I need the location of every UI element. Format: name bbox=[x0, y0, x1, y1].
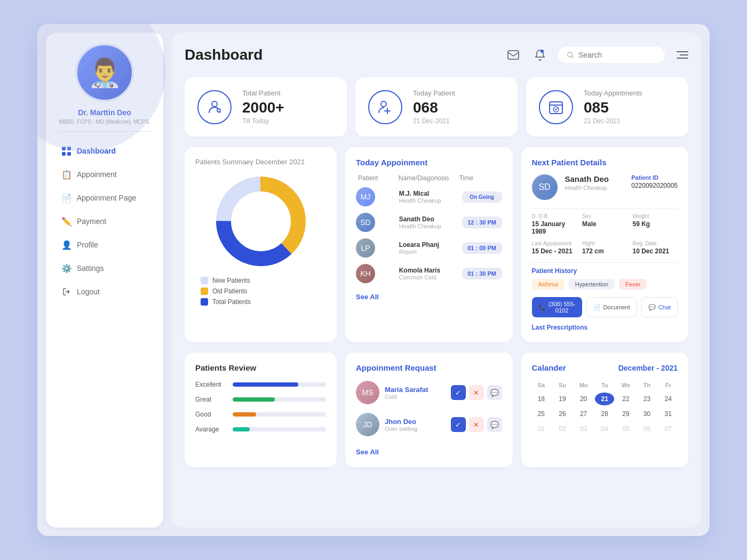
settings-icon: ⚙️ bbox=[62, 263, 71, 273]
chat-button[interactable]: 💬 Chat bbox=[641, 297, 678, 317]
appt-diag-2: Report bbox=[399, 249, 459, 255]
legend-label-total: Total Patients bbox=[212, 298, 251, 306]
sidebar-item-dashboard-label: Dashboard bbox=[77, 147, 116, 155]
cal-header-su: Su bbox=[553, 380, 572, 390]
sidebar-item-logout-label: Logout bbox=[77, 287, 100, 296]
cal-day-28[interactable]: 28 bbox=[595, 407, 614, 420]
cal-day-05[interactable]: 05 bbox=[616, 422, 635, 435]
sidebar-item-appoinment-page-label: Appoinment Page bbox=[77, 194, 136, 202]
sidebar-item-payment-label: Payment bbox=[77, 217, 106, 226]
cal-day-22[interactable]: 22 bbox=[616, 393, 635, 405]
nav-menu: Dashboard 📋 Appoinment 📄 Appoinment Page… bbox=[46, 140, 163, 517]
req-diag-0: Cold bbox=[385, 394, 446, 400]
avatar: 👨‍⚕️ bbox=[75, 43, 134, 102]
doc-button-label: Document bbox=[603, 304, 630, 310]
search-box[interactable] bbox=[558, 47, 665, 63]
mail-icon[interactable] bbox=[504, 45, 523, 65]
legend-dot-total bbox=[201, 298, 208, 306]
calendar-title: Calander bbox=[532, 363, 566, 372]
sidebar-item-profile[interactable]: 👤 Profile bbox=[54, 234, 155, 255]
cal-day-02[interactable]: 02 bbox=[553, 422, 572, 435]
sidebar-item-payment[interactable]: ✏️ Payment bbox=[54, 211, 155, 232]
cal-day-21[interactable]: 21 bbox=[595, 393, 614, 405]
last-prescriptions-link[interactable]: Last Prescriptions bbox=[532, 324, 678, 331]
stat-value-total: 2000+ bbox=[242, 99, 284, 116]
cal-day-07[interactable]: 07 bbox=[658, 422, 678, 435]
cal-day-24[interactable]: 24 bbox=[658, 393, 678, 405]
req-avatar-jd: JD bbox=[356, 413, 379, 436]
chart-legend: New Patients Old Patients Total Patients bbox=[195, 277, 326, 306]
stat-value-today: 068 bbox=[413, 99, 455, 116]
sidebar-item-dashboard[interactable]: Dashboard bbox=[54, 140, 155, 162]
appt-see-all[interactable]: See All bbox=[356, 293, 379, 301]
legend-label-new: New Patients bbox=[212, 277, 250, 284]
reject-btn-0[interactable]: ✕ bbox=[469, 385, 484, 400]
reject-btn-1[interactable]: ✕ bbox=[469, 417, 484, 432]
stat-label-today: Today Patient bbox=[413, 89, 455, 97]
cal-day-27[interactable]: 27 bbox=[574, 407, 593, 420]
appt-row-3: KH Komola Haris Common Cold 01 : 30 PM bbox=[356, 264, 502, 283]
calendar-header: Calander December - 2021 bbox=[532, 363, 678, 372]
chat-req-btn-1[interactable]: 💬 bbox=[487, 417, 502, 432]
cal-day-29[interactable]: 29 bbox=[616, 407, 635, 420]
document-button[interactable]: 📄 Document bbox=[586, 297, 637, 317]
today-appointments-icon bbox=[539, 90, 573, 124]
chat-icon: 💬 bbox=[648, 304, 656, 311]
cal-day-01[interactable]: 01 bbox=[532, 422, 551, 435]
cal-day-19[interactable]: 19 bbox=[553, 393, 572, 405]
patients-review-card: Patients Review Excellent Great Good bbox=[185, 353, 337, 467]
col-patient: Patient bbox=[358, 174, 399, 182]
req-actions-0: ✓ ✕ 💬 bbox=[451, 385, 502, 400]
stat-label-total: Total Patient bbox=[242, 89, 284, 97]
patients-summary-card: Patients Summaey December 2021 bbox=[185, 147, 337, 342]
cal-day-25[interactable]: 25 bbox=[532, 407, 551, 420]
approve-btn-1[interactable]: ✓ bbox=[451, 417, 466, 432]
action-buttons: 📞 (308) 555- 0102 📄 Document 💬 Chat bbox=[532, 297, 678, 317]
svg-rect-0 bbox=[508, 51, 519, 59]
cal-day-18[interactable]: 18 bbox=[532, 393, 551, 405]
appt-info-0: M.J. Mical Health Cheakup bbox=[399, 190, 459, 204]
col-time: Time bbox=[459, 174, 500, 182]
stat-sub-today: 21 Dec-2021 bbox=[413, 117, 455, 125]
patient-sub: Health Cheakup bbox=[565, 185, 624, 191]
svg-point-11 bbox=[237, 197, 285, 245]
cal-day-30[interactable]: 30 bbox=[638, 407, 657, 420]
req-name-0: Maria Sarafat bbox=[385, 386, 446, 394]
time-badge-3: 01 : 30 PM bbox=[462, 268, 502, 279]
cal-day-04[interactable]: 04 bbox=[595, 422, 614, 435]
bell-icon[interactable] bbox=[530, 45, 550, 65]
review-row-good: Good bbox=[195, 411, 326, 418]
req-row-1: JD Jhon Deo Over swtting ✓ ✕ 💬 bbox=[356, 413, 502, 436]
divider-2 bbox=[532, 262, 678, 263]
sidebar-item-appoinment[interactable]: 📋 Appoinment bbox=[54, 164, 155, 185]
call-button[interactable]: 📞 (308) 555- 0102 bbox=[532, 297, 582, 317]
chat-req-btn-0[interactable]: 💬 bbox=[487, 385, 502, 400]
sidebar-item-logout[interactable]: Logout bbox=[54, 281, 155, 302]
tag-fever: Fever bbox=[619, 279, 647, 290]
appt-name-1: Sanath Deo bbox=[399, 215, 459, 223]
cal-day-03[interactable]: 03 bbox=[574, 422, 593, 435]
approve-btn-0[interactable]: ✓ bbox=[451, 385, 466, 400]
avatar-kh: KH bbox=[356, 264, 375, 283]
req-see-all[interactable]: See All bbox=[356, 448, 379, 456]
cal-day-26[interactable]: 26 bbox=[553, 407, 572, 420]
donut-wrapper: New Patients Old Patients Total Patients bbox=[195, 173, 326, 306]
cal-day-23[interactable]: 23 bbox=[638, 393, 657, 405]
sidebar-item-settings[interactable]: ⚙️ Sattings bbox=[54, 258, 155, 279]
cal-day-06[interactable]: 06 bbox=[638, 422, 657, 435]
cal-day-31[interactable]: 31 bbox=[658, 407, 678, 420]
review-bar-bg-good bbox=[233, 412, 326, 417]
search-input[interactable] bbox=[578, 51, 656, 59]
today-appt-title: Today Appoinment bbox=[356, 158, 502, 167]
cal-day-20[interactable]: 20 bbox=[574, 393, 593, 405]
calendar-card: Calander December - 2021 Sa Su Mo Tu We … bbox=[521, 353, 689, 467]
detail-sex-value: Male bbox=[582, 220, 627, 228]
appt-name-2: Loeara Phanj bbox=[399, 241, 459, 249]
hamburger-menu-icon[interactable] bbox=[669, 45, 688, 65]
appoinment-page-icon: 📄 bbox=[62, 193, 71, 203]
sidebar-item-appoinment-page[interactable]: 📄 Appoinment Page bbox=[54, 187, 155, 209]
legend-total-patients: Total Patients bbox=[201, 298, 321, 306]
avatar-mj: MJ bbox=[356, 187, 375, 206]
detail-dob-value: 15 January 1989 bbox=[532, 220, 577, 235]
stat-cards: Total Patient 2000+ Till Today Today Pat… bbox=[185, 77, 688, 137]
